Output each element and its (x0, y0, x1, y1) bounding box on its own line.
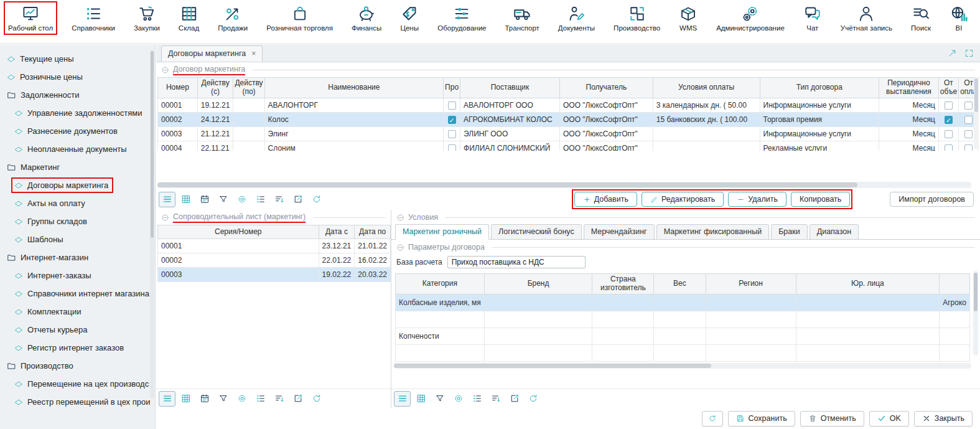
column-header-2[interactable]: Страна изготовитель (592, 274, 654, 295)
sidebar-item-0[interactable]: Текущие цены (0, 50, 155, 68)
sidebar-item-1[interactable]: Розничные цены (0, 68, 155, 86)
condition-tab-1[interactable]: Логистический бонус (491, 224, 582, 240)
nav-item-catalog[interactable]: Справочники (68, 2, 118, 34)
cell[interactable]: ООО "ЛюксСофтОпт" (559, 113, 653, 127)
nav-item-account[interactable]: Учётная запись (838, 2, 895, 34)
cell[interactable] (592, 311, 654, 328)
cell[interactable]: АВАЛОНТОРГ (264, 98, 443, 113)
save-button[interactable]: Сохранить (728, 411, 795, 427)
waybill-row-00002[interactable]: 0000222.01.2216.02.22 (158, 253, 391, 268)
condition-tab-2[interactable]: Мерчендайзинг (584, 224, 655, 240)
cell[interactable] (706, 311, 796, 328)
sort-button[interactable] (271, 391, 287, 407)
cell[interactable] (938, 98, 958, 113)
ok-button[interactable]: OK (869, 411, 909, 427)
cell[interactable] (706, 328, 796, 345)
calendar-button[interactable] (196, 192, 213, 207)
filter-button[interactable] (431, 391, 448, 407)
cell[interactable] (444, 113, 460, 127)
cell[interactable] (592, 345, 654, 362)
sidebar-item-18[interactable]: Перемещение на цех производс (0, 375, 155, 393)
filter-button[interactable] (215, 391, 231, 407)
cell[interactable] (654, 311, 706, 328)
nav-item-retail[interactable]: Розничная торговля (263, 2, 336, 34)
column-header-8[interactable]: Тип договора (760, 78, 879, 98)
sidebar-item-14[interactable]: Комплектации (0, 303, 155, 321)
column-header-1[interactable]: Действу (с) (197, 78, 233, 98)
sort-button[interactable] (271, 192, 287, 207)
column-header-1[interactable]: Дата с (319, 225, 355, 239)
cell[interactable] (653, 127, 760, 141)
cell[interactable]: Информационные услуги (760, 98, 879, 113)
cell[interactable] (706, 345, 796, 362)
cell[interactable] (396, 345, 485, 362)
sidebar-item-8[interactable]: Акты на оплату (0, 194, 155, 212)
export-button[interactable] (289, 391, 306, 407)
sidebar-folder-6[interactable]: Маркетинг (0, 158, 155, 176)
nav-item-admin[interactable]: Администрирование (713, 2, 788, 34)
contract-row-00001[interactable]: 0000119.12.21АВАЛОНТОРГАВАЛОНТОРГ ОООООО… (158, 98, 979, 113)
nav-item-warehouse[interactable]: Склад (175, 2, 202, 34)
checkbox[interactable] (448, 144, 456, 151)
nav-item-transport[interactable]: Транспорт (502, 2, 542, 34)
sidebar-item-4[interactable]: Разнесение документов (0, 122, 155, 140)
checkbox[interactable] (964, 144, 973, 151)
cell[interactable] (484, 311, 592, 328)
cell[interactable] (233, 141, 264, 151)
sidebar-item-10[interactable]: Шаблоны (0, 230, 155, 248)
refresh-button[interactable] (308, 391, 325, 407)
delete-button[interactable]: Удалить (728, 192, 786, 207)
waybill-row-00001[interactable]: 0000123.12.2121.01.22 (158, 239, 391, 253)
checkbox-checked[interactable] (945, 116, 953, 124)
add-button[interactable]: Добавить (574, 192, 637, 207)
cell[interactable] (940, 345, 970, 362)
checkbox[interactable] (964, 116, 973, 124)
column-header-1[interactable]: Бренд (484, 274, 592, 295)
cell[interactable]: 22.01.22 (319, 253, 355, 268)
cell[interactable]: 21.12.21 (197, 127, 233, 141)
nav-item-chat[interactable]: Чат (800, 2, 825, 34)
cell[interactable] (592, 295, 654, 311)
cell[interactable] (484, 345, 592, 362)
cell[interactable]: 00001 (158, 239, 319, 253)
condition-tab-0[interactable]: Маркетинг розничный (395, 224, 489, 240)
column-header-0[interactable]: Номер (158, 78, 198, 98)
cell[interactable] (233, 127, 264, 141)
collapse-icon[interactable] (161, 66, 169, 74)
cell[interactable]: ООО "ЛюксСофтОпт" (559, 98, 653, 113)
cell[interactable]: 00003 (158, 127, 198, 141)
list-view-button[interactable] (394, 391, 411, 407)
grid-view-button[interactable] (177, 192, 194, 207)
cell[interactable] (796, 311, 939, 328)
cell[interactable]: Месяц (879, 113, 939, 127)
conditions-hscrollbar[interactable] (394, 363, 971, 369)
sidebar-item-15[interactable]: Отчеты курьера (0, 321, 155, 339)
condition-tab-3[interactable]: Маркетинг фиксированный (656, 224, 769, 240)
checkbox[interactable] (448, 130, 456, 138)
sidebar-item-16[interactable]: Регистр интернет заказов (0, 339, 155, 357)
list-view-button[interactable] (159, 391, 175, 407)
collapse-icon[interactable] (161, 214, 169, 222)
cell[interactable] (484, 328, 592, 345)
cell[interactable] (938, 127, 958, 141)
checkbox[interactable] (448, 101, 456, 110)
numbered-list-button[interactable] (252, 391, 269, 407)
column-header-5[interactable]: Поставщик (460, 78, 560, 98)
cell[interactable]: 22.11.21 (197, 141, 233, 151)
column-header-6[interactable] (940, 274, 970, 295)
cell[interactable] (233, 98, 264, 113)
sidebar-folder-2[interactable]: Задолженности (0, 86, 155, 104)
cell[interactable] (940, 311, 970, 328)
cell[interactable]: 24.12.21 (197, 113, 233, 127)
column-header-0[interactable]: Серия/Номер (158, 225, 319, 239)
column-header-3[interactable]: Вес (654, 274, 706, 295)
cell[interactable]: АВАЛОНТОРГ ООО (460, 98, 560, 113)
cell[interactable]: 3 календарных дн. ( 50.00 (653, 98, 760, 113)
edit-button[interactable]: Редактировать (642, 192, 724, 207)
sidebar-item-5[interactable]: Неоплаченные документы (0, 140, 155, 158)
cell[interactable] (796, 345, 939, 362)
cell[interactable]: 15 банковских дн. ( 100.00 (653, 113, 760, 127)
nav-item-equipment[interactable]: Оборудование (434, 2, 489, 34)
sidebar-item-3[interactable]: Управление задолженностями (0, 104, 155, 122)
cell[interactable]: Месяц (879, 98, 939, 113)
